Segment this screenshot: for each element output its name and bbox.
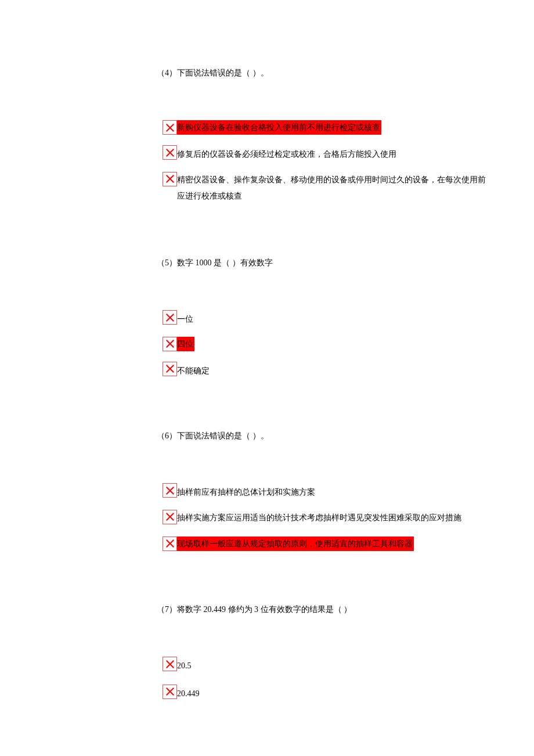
q5-options: 一位 四位 不能确定 (157, 310, 488, 377)
q5-option-a: 一位 (163, 310, 488, 326)
q7-option-a: 20.5 (163, 657, 488, 672)
q5-number: （5） (157, 258, 177, 267)
q4-number: （4） (157, 69, 177, 77)
q6-number: （6） (157, 431, 177, 440)
question-6: （6）下面说法错误的是（ ）。 抽样前应有抽样的总体计划和实施方案 抽样实施方案… (157, 430, 488, 551)
cross-icon (163, 483, 177, 498)
q4-options: 新购仪器设备在验收合格投入使用前不用进行检定或核查 修复后的仪器设备必须经过检定… (157, 120, 488, 204)
cross-icon (163, 172, 177, 186)
q6-option-b: 抽样实施方案应运用适当的统计技术考虑抽样时遇见突发性困难采取的应对措施 (163, 510, 488, 526)
q5-option-a-text: 一位 (177, 310, 488, 326)
question-5: （5）数字 1000 是（ ）有效数字 一位 四位 不能确定 (157, 257, 488, 377)
question-4: （4）下面说法错误的是（ ）。 新购仪器设备在验收合格投入使用前不用进行检定或核… (157, 67, 488, 204)
q6-stem: 下面说法错误的是（ ）。 (177, 431, 269, 440)
q5-option-b: 四位 (163, 337, 488, 351)
q7-option-b-text: 20.449 (177, 685, 488, 700)
q7-number: （7） (157, 605, 177, 614)
q6-option-c: 现场取样一般应遵从规定抽取的原则，使用适宜的抽样工具和容器 (163, 537, 488, 551)
q4-option-c: 精密仪器设备、操作复杂设备、移动使用的设备或停用时间过久的设备，在每次使用前应进… (163, 172, 488, 204)
q6-option-a-text: 抽样前应有抽样的总体计划和实施方案 (177, 483, 488, 499)
q4-option-b: 修复后的仪器设备必须经过检定或校准，合格后方能投入使用 (163, 145, 488, 161)
question-6-text: （6）下面说法错误的是（ ）。 (157, 430, 488, 442)
question-4-text: （4）下面说法错误的是（ ）。 (157, 67, 488, 80)
cross-icon (163, 537, 177, 551)
q5-option-c: 不能确定 (163, 362, 488, 377)
q7-options: 20.5 20.449 (157, 657, 488, 700)
cross-icon (163, 337, 177, 351)
q7-option-b: 20.449 (163, 685, 488, 700)
question-7-text: （7）将数字 20.449 修约为 3 位有效数字的结果是（ ） (157, 603, 488, 616)
q5-option-b-text: 四位 (177, 337, 194, 351)
document-content: （4）下面说法错误的是（ ）。 新购仪器设备在验收合格投入使用前不用进行检定或核… (0, 67, 534, 700)
q4-stem: 下面说法错误的是（ ）。 (177, 69, 269, 77)
q6-option-c-text: 现场取样一般应遵从规定抽取的原则，使用适宜的抽样工具和容器 (177, 537, 414, 551)
cross-icon (163, 685, 177, 699)
cross-icon (163, 145, 177, 160)
question-7: （7）将数字 20.449 修约为 3 位有效数字的结果是（ ） 20.5 20… (157, 603, 488, 700)
cross-icon (163, 310, 177, 325)
q4-option-a-text: 新购仪器设备在验收合格投入使用前不用进行检定或核查 (177, 120, 381, 135)
q5-stem: 数字 1000 是（ ）有效数字 (177, 258, 273, 267)
cross-icon (163, 362, 177, 376)
cross-icon (163, 120, 177, 135)
cross-icon (163, 657, 177, 671)
question-5-text: （5）数字 1000 是（ ）有效数字 (157, 257, 488, 269)
q5-option-c-text: 不能确定 (177, 362, 488, 377)
q4-option-a: 新购仪器设备在验收合格投入使用前不用进行检定或核查 (163, 120, 488, 135)
q7-option-a-text: 20.5 (177, 657, 488, 672)
q6-options: 抽样前应有抽样的总体计划和实施方案 抽样实施方案应运用适当的统计技术考虑抽样时遇… (157, 483, 488, 550)
q6-option-a: 抽样前应有抽样的总体计划和实施方案 (163, 483, 488, 499)
q4-option-b-text: 修复后的仪器设备必须经过检定或校准，合格后方能投入使用 (177, 145, 488, 161)
cross-icon (163, 510, 177, 524)
q6-option-b-text: 抽样实施方案应运用适当的统计技术考虑抽样时遇见突发性困难采取的应对措施 (177, 510, 488, 526)
q7-stem: 将数字 20.449 修约为 3 位有效数字的结果是（ ） (177, 605, 352, 614)
q4-option-c-text: 精密仪器设备、操作复杂设备、移动使用的设备或停用时间过久的设备，在每次使用前应进… (177, 172, 488, 204)
